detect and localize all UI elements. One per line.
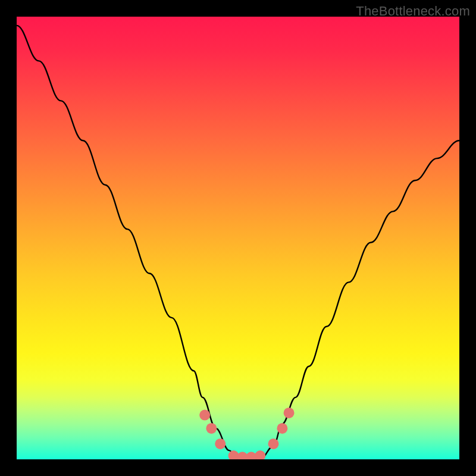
markers-group — [199, 408, 294, 459]
left-mid-marker — [206, 423, 217, 434]
chart-frame: TheBottleneck.com — [0, 0, 476, 476]
right-bottom-marker — [268, 439, 279, 449]
plot-area — [17, 17, 459, 459]
right-mid-marker — [277, 423, 287, 434]
left-bottom-marker — [215, 439, 226, 449]
watermark-text: TheBottleneck.com — [356, 4, 470, 19]
flat-4-marker — [255, 450, 265, 459]
left-top-marker — [199, 410, 210, 421]
bottleneck-curve — [17, 26, 459, 459]
right-top-marker — [284, 408, 295, 418]
curve-layer — [17, 17, 459, 459]
